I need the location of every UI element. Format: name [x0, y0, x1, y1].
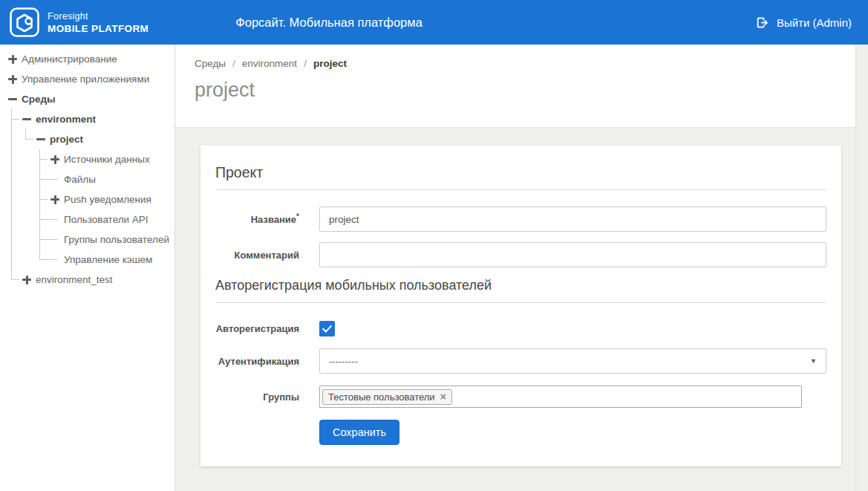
- tree-minus-toggle-icon[interactable]: [22, 115, 31, 124]
- sidebar: АдминистрированиеУправление приложениями…: [0, 45, 175, 491]
- groups-row: Группы Тестовые пользователи×: [215, 386, 826, 408]
- comment-label: Комментарий: [215, 250, 319, 261]
- tree-item-label: environment_test: [36, 274, 113, 285]
- tree-item[interactable]: Файлы: [50, 169, 172, 189]
- card-title: Проект: [215, 160, 826, 190]
- tree-item-label: environment: [36, 114, 96, 125]
- tree-item[interactable]: project: [36, 129, 172, 149]
- breadcrumb: Среды/environment/project: [195, 58, 868, 69]
- save-button[interactable]: Сохранить: [319, 420, 399, 445]
- breadcrumb-separator: /: [304, 58, 307, 69]
- tree-item-label: Управление кэшем: [64, 254, 152, 265]
- tree-item[interactable]: Среды: [8, 89, 172, 109]
- autoregistration-checkbox[interactable]: [319, 321, 335, 336]
- foresight-logo-icon: [10, 7, 39, 37]
- name-label: Название*: [215, 212, 319, 225]
- brand-name: Foresight: [48, 10, 149, 22]
- brand-product: MOBILE PLATFORM: [48, 22, 149, 35]
- tag-remove-icon[interactable]: ×: [440, 391, 446, 402]
- brand-text: Foresight MOBILE PLATFORM: [48, 10, 149, 35]
- authentication-label: Аутентификация: [215, 356, 319, 367]
- authentication-row: Аутентификация --------- ▼: [215, 348, 826, 374]
- comment-field-row: Комментарий: [215, 242, 826, 267]
- app-header: Foresight MOBILE PLATFORM Форсайт. Мобил…: [0, 0, 868, 45]
- tree-item[interactable]: Управление кэшем: [50, 250, 172, 270]
- name-field-row: Название*: [215, 207, 826, 232]
- dropdown-arrow-icon: ▼: [810, 357, 817, 365]
- main-layout: АдминистрированиеУправление приложениями…: [0, 45, 868, 491]
- breadcrumb-item[interactable]: Среды: [195, 58, 226, 69]
- tree-item-label: Управление приложениями: [22, 74, 149, 85]
- tree-plus-toggle-icon[interactable]: [50, 155, 59, 164]
- section-title: Авторегистрация мобильных пользователей: [215, 278, 826, 303]
- tree-item[interactable]: Push уведомления: [50, 189, 172, 209]
- tree-item-label: Источники данных: [64, 154, 150, 165]
- button-row: Сохранить: [215, 420, 826, 445]
- group-tag: Тестовые пользователи×: [322, 389, 452, 405]
- groups-label: Группы: [215, 391, 319, 403]
- tree-item-label: Группы пользователей: [64, 234, 169, 245]
- content-area: Среды/environment/project project Проект…: [175, 45, 868, 491]
- autoregistration-row: Авторегистрация: [215, 321, 826, 336]
- tree-item-label: Пользователи API: [64, 214, 149, 225]
- tree-plus-toggle-icon[interactable]: [22, 276, 31, 284]
- tree-item[interactable]: Пользователи API: [50, 209, 172, 230]
- tree-minus-toggle-icon[interactable]: [8, 95, 17, 104]
- tree-minus-toggle-icon[interactable]: [36, 135, 45, 144]
- page-title: project: [195, 79, 868, 101]
- autoregistration-label: Авторегистрация: [215, 323, 319, 334]
- tree-item-label: Push уведомления: [64, 194, 151, 205]
- tree-plus-toggle-icon[interactable]: [8, 75, 17, 84]
- tree-item[interactable]: environment: [22, 109, 172, 129]
- breadcrumb-item[interactable]: environment: [242, 58, 297, 69]
- breadcrumb-item: project: [313, 58, 347, 69]
- app-title: Форсайт. Мобильная платформа: [235, 16, 422, 30]
- nav-tree: АдминистрированиеУправление приложениями…: [0, 45, 174, 290]
- logout-button[interactable]: Выйти (Admin): [756, 16, 852, 29]
- page-header-band: Среды/environment/project project: [175, 45, 868, 128]
- tree-plus-toggle-icon[interactable]: [8, 55, 17, 64]
- project-card: Проект Название* Комментарий Авторегистр…: [200, 146, 841, 466]
- foresight-logo: Foresight MOBILE PLATFORM: [10, 7, 149, 37]
- tree-item-label: Администрирование: [22, 53, 117, 65]
- tree-item-label: Файлы: [64, 174, 96, 185]
- breadcrumb-separator: /: [232, 58, 235, 69]
- tree-item[interactable]: environment_test: [22, 270, 172, 290]
- group-tag-label: Тестовые пользователи: [328, 391, 435, 403]
- authentication-select[interactable]: --------- ▼: [319, 348, 826, 374]
- logout-label: Выйти (Admin): [777, 16, 852, 29]
- tree-item-label: Среды: [22, 94, 56, 105]
- authentication-select-value: ---------: [329, 356, 358, 367]
- tree-item-label: project: [50, 134, 83, 145]
- tree-item[interactable]: Источники данных: [50, 149, 172, 169]
- tree-item[interactable]: Управление приложениями: [8, 69, 172, 89]
- groups-input[interactable]: Тестовые пользователи×: [319, 386, 802, 408]
- name-input[interactable]: [319, 207, 826, 232]
- comment-input[interactable]: [319, 242, 826, 267]
- tree-item[interactable]: Администрирование: [8, 49, 172, 69]
- name-label-text: Название: [251, 215, 296, 226]
- vertical-scrollbar[interactable]: [855, 45, 868, 491]
- required-asterisk: *: [296, 212, 299, 221]
- tree-item[interactable]: Группы пользователей: [50, 230, 172, 250]
- tree-plus-toggle-icon[interactable]: [50, 195, 59, 204]
- logout-icon: [756, 16, 769, 29]
